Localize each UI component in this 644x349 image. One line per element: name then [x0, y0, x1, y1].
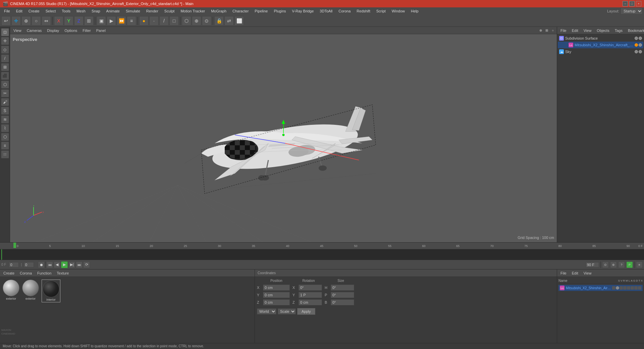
tool-brush[interactable]: 🖌: [1, 98, 9, 106]
toolbar-edge-mode[interactable]: /: [159, 16, 169, 26]
toolbar-soft-selection[interactable]: ⊙: [202, 16, 211, 26]
toolbar-poly-mode[interactable]: □: [169, 16, 179, 26]
tool-nurbs[interactable]: ⬡: [1, 133, 9, 141]
toolbar-point-mode[interactable]: ·: [149, 16, 159, 26]
playback-mode4[interactable]: P: [626, 261, 633, 268]
object-item-subdivision[interactable]: ⊡ Subdivision Surface: [558, 35, 643, 42]
toolbar-axis-mode[interactable]: ⊕: [192, 16, 201, 26]
viewport-icon-zoom[interactable]: ⊞: [544, 28, 549, 33]
toolbar-texture-mode[interactable]: ⬡: [182, 16, 191, 26]
timeline-playhead[interactable]: [1, 249, 2, 260]
menu-character[interactable]: Character: [230, 8, 251, 14]
obj-menu-objects[interactable]: Objects: [595, 28, 611, 33]
maximize-button[interactable]: □: [629, 1, 635, 6]
toolbar-x-axis[interactable]: X: [54, 16, 63, 26]
menu-redshift[interactable]: Redshift: [354, 8, 373, 14]
tool-hair[interactable]: ≡: [1, 142, 9, 150]
tool-select[interactable]: ⊡: [1, 28, 9, 36]
transport-end[interactable]: ⏮: [46, 261, 53, 268]
obj-menu-bookmarks[interactable]: Bookmarks: [626, 28, 644, 33]
coord-apply-button[interactable]: Apply: [297, 308, 315, 315]
toolbar-transfer[interactable]: ⇄: [224, 16, 234, 26]
menu-render[interactable]: Render: [144, 8, 161, 14]
obj-lower-file[interactable]: File: [558, 271, 569, 276]
tool-sculpt[interactable]: S: [1, 107, 9, 115]
menu-animate[interactable]: Animate: [104, 8, 122, 14]
coord-scale-select[interactable]: Scale: [278, 308, 296, 314]
timeline-track[interactable]: [0, 249, 644, 260]
menu-mesh[interactable]: Mesh: [74, 8, 88, 14]
toolbar-render-active[interactable]: ▶: [107, 16, 116, 26]
menu-select[interactable]: Select: [43, 8, 59, 14]
mat-menu-function[interactable]: Function: [35, 271, 53, 276]
transport-prev-frame[interactable]: ◀: [54, 261, 60, 268]
mat-menu-texture[interactable]: Texture: [55, 271, 71, 276]
layout-select[interactable]: Startup: [621, 8, 643, 14]
toggle-6[interactable]: [631, 286, 634, 290]
tool-spline[interactable]: ⌇: [1, 124, 9, 132]
viewport-menu-options[interactable]: Options: [62, 28, 79, 33]
coord-pos-y[interactable]: [263, 292, 290, 298]
viewport-menu-filter[interactable]: Filter: [80, 28, 93, 33]
toolbar-render-region[interactable]: ▣: [97, 16, 106, 26]
coord-mode-select[interactable]: World Object: [257, 308, 276, 314]
viewport-menu-panel[interactable]: Panel: [94, 28, 108, 33]
tool-loop[interactable]: ⊞: [1, 63, 9, 71]
menu-help[interactable]: Help: [408, 8, 421, 14]
coord-rot-z[interactable]: [299, 299, 322, 305]
toolbar-scale[interactable]: ⇔: [42, 16, 51, 26]
viewport-icon-rotate[interactable]: ○: [550, 28, 555, 33]
menu-tools[interactable]: Tools: [59, 8, 73, 14]
tool-move[interactable]: ✛: [1, 37, 9, 45]
menu-vray[interactable]: V-Ray Bridge: [289, 8, 317, 14]
menu-create[interactable]: Create: [26, 8, 42, 14]
tool-bevel[interactable]: ⬡: [1, 81, 9, 89]
coord-size-p[interactable]: [331, 292, 354, 298]
coord-size-b[interactable]: [331, 299, 354, 305]
viewport-menu-display[interactable]: Display: [45, 28, 61, 33]
menu-plugins[interactable]: Plugins: [271, 8, 288, 14]
obj-menu-file[interactable]: File: [558, 28, 569, 33]
material-item-interior[interactable]: interior: [42, 280, 60, 302]
toggle-7[interactable]: [634, 286, 638, 290]
coord-pos-x[interactable]: [263, 285, 290, 291]
coord-rot-x[interactable]: [299, 285, 322, 291]
timeline-frame-input[interactable]: [9, 262, 19, 267]
transport-next-frame[interactable]: ▶|: [68, 261, 75, 268]
object-item-aircraft[interactable]: Lo Mitsubishi_X2_Shinshin_Aircraft_Exter…: [558, 42, 643, 48]
viewport-menu-view[interactable]: View: [11, 28, 23, 33]
tool-extrude[interactable]: ⬛: [1, 72, 9, 80]
toolbar-world[interactable]: ⊞: [84, 16, 94, 26]
close-button[interactable]: ×: [636, 1, 641, 6]
menu-3dtoall[interactable]: 3DToAll: [317, 8, 335, 14]
tool-particle[interactable]: ∷: [1, 150, 9, 158]
menu-script[interactable]: Script: [374, 8, 388, 14]
coord-size-h[interactable]: [331, 285, 354, 291]
playback-mode1[interactable]: ⊙: [602, 261, 609, 268]
playback-mode3[interactable]: ?: [618, 261, 625, 268]
toggle-4[interactable]: [623, 286, 627, 290]
mat-menu-create[interactable]: Create: [1, 271, 16, 276]
mat-menu-corona[interactable]: Corona: [18, 271, 34, 276]
tool-edge[interactable]: /: [1, 54, 9, 62]
obj-lower-view[interactable]: View: [582, 271, 594, 276]
timeline-fps-input[interactable]: [586, 262, 599, 267]
obj-menu-view[interactable]: View: [582, 28, 594, 33]
toolbar-snap[interactable]: 🔒: [214, 16, 224, 26]
timeline-frame-secondary[interactable]: [24, 262, 34, 267]
obj-lower-edit[interactable]: Edit: [570, 271, 580, 276]
tool-knife[interactable]: ✂: [1, 89, 9, 97]
menu-corona[interactable]: Corona: [336, 8, 353, 14]
toggle-8[interactable]: [638, 286, 641, 290]
timeline-start-marker[interactable]: [13, 243, 16, 248]
menu-file[interactable]: File: [1, 8, 13, 14]
viewport-menu-cameras[interactable]: Cameras: [25, 28, 44, 33]
tool-paint[interactable]: ≋: [1, 115, 9, 123]
toolbar-rotate[interactable]: ○: [32, 16, 41, 26]
toolbar-undo[interactable]: ↩: [1, 16, 11, 26]
menu-motion-tracker[interactable]: Motion Tracker: [178, 8, 208, 14]
toolbar-y-axis[interactable]: Y: [64, 16, 73, 26]
toolbar-z-axis[interactable]: Z: [74, 16, 84, 26]
menu-sculpt[interactable]: Sculpt: [162, 8, 177, 14]
toggle-1[interactable]: [612, 286, 615, 290]
